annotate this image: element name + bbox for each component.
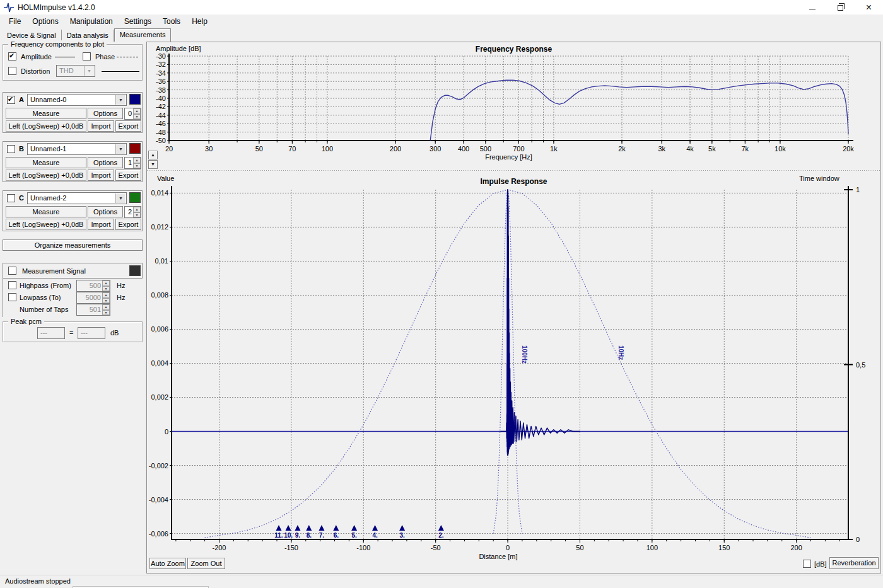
svg-text:0: 0 [506, 544, 510, 551]
phase-line-sample [117, 57, 138, 57]
reverberation-button[interactable]: Reverberation [829, 557, 879, 569]
svg-text:3.: 3. [399, 532, 405, 539]
channel-a-options-button[interactable]: Options [88, 108, 123, 119]
channel-b-color-swatch[interactable] [129, 143, 141, 154]
status-text: Audiostream stopped [5, 577, 71, 585]
svg-text:-32: -32 [156, 61, 166, 68]
menu-manipulation[interactable]: Manipulation [64, 14, 119, 28]
minimize-button[interactable] [798, 0, 826, 14]
chart-scroll-up-button[interactable]: ▲ [148, 151, 158, 159]
lowpass-unit: Hz [117, 294, 125, 301]
spin-up-icon[interactable]: ▲ [133, 207, 141, 212]
tab-measurements[interactable]: Measurements [114, 28, 172, 42]
highpass-spinner[interactable]: 500 ▲▼ [76, 280, 110, 292]
svg-text:10Hz: 10Hz [617, 345, 624, 360]
channel-c-import-button[interactable]: Import [88, 219, 114, 230]
lowpass-spinner[interactable]: 5000 ▲▼ [76, 292, 110, 304]
highpass-checkbox[interactable] [8, 281, 16, 289]
channel-c-info: Left (LogSweep) +0,0dB [6, 219, 86, 230]
channel-a-index-spinner[interactable]: 0 ▲▼ [124, 108, 141, 120]
impulse-x-axis-title: Distance [m] [460, 553, 536, 560]
peak-pcm-equals: = [69, 329, 73, 337]
distortion-checkbox[interactable] [8, 67, 16, 75]
channel-b-index-spinner[interactable]: 1 ▲▼ [124, 157, 141, 169]
channel-a-import-button[interactable]: Import [88, 120, 114, 132]
chevron-down-icon: ▼ [115, 95, 126, 105]
phase-checkbox[interactable] [83, 52, 91, 61]
lowpass-checkbox[interactable] [8, 293, 16, 301]
svg-text:-46: -46 [156, 120, 166, 127]
channel-a-export-button[interactable]: Export [115, 120, 141, 132]
channel-b-select[interactable]: Unnamed-1 ▼ [27, 143, 127, 155]
channel-b-checkbox[interactable] [7, 145, 15, 153]
amplitude-checkbox[interactable] [8, 52, 16, 61]
svg-text:200: 200 [390, 145, 401, 153]
organize-measurements-button[interactable]: Organize measurements [3, 239, 143, 251]
svg-text:400: 400 [458, 145, 469, 153]
channel-a-name: Unnamed-0 [30, 96, 66, 103]
spin-up-icon[interactable]: ▲ [133, 108, 141, 114]
channel-a-select[interactable]: Unnamed-0 ▼ [27, 94, 127, 106]
db-checkbox[interactable] [803, 560, 811, 568]
svg-text:200: 200 [790, 544, 802, 551]
restore-button[interactable] [826, 0, 855, 14]
svg-text:-0,004: -0,004 [149, 496, 168, 504]
channel-c-export-button[interactable]: Export [115, 219, 141, 230]
channel-a-color-swatch[interactable] [129, 94, 141, 105]
reflection-marker-triangle [295, 525, 300, 531]
menu-help[interactable]: Help [186, 14, 213, 28]
svg-text:50: 50 [576, 544, 583, 551]
spin-up-icon[interactable]: ▲ [102, 280, 110, 286]
spin-down-icon[interactable]: ▼ [133, 212, 141, 218]
freq-components-title: Frequency components to plot [8, 40, 107, 48]
svg-text:0,012: 0,012 [151, 223, 168, 231]
channel-c-color-swatch[interactable] [129, 192, 141, 203]
menu-options[interactable]: Options [26, 14, 64, 28]
spin-down-icon[interactable]: ▼ [102, 298, 110, 304]
spin-up-icon[interactable]: ▲ [102, 292, 110, 298]
spin-down-icon[interactable]: ▼ [133, 163, 141, 169]
svg-text:-36: -36 [156, 78, 166, 85]
measurement-signal-color-swatch[interactable] [129, 265, 141, 276]
channel-a-measure-button[interactable]: Measure [6, 108, 86, 119]
peak-pcm-right-field: --- [78, 327, 105, 339]
menu-tools[interactable]: Tools [157, 14, 186, 28]
spin-down-icon[interactable]: ▼ [102, 286, 110, 292]
channel-c-measure-button[interactable]: Measure [6, 206, 86, 217]
channel-a-checkbox[interactable] [7, 96, 15, 104]
svg-text:-150: -150 [284, 544, 298, 551]
auto-zoom-button[interactable]: Auto Zoom [149, 558, 186, 569]
svg-text:-50: -50 [431, 544, 441, 551]
spin-up-icon[interactable]: ▲ [102, 304, 110, 310]
distortion-mode-select[interactable]: THD ▼ [56, 65, 95, 77]
taps-spinner[interactable]: 501 ▲▼ [76, 304, 110, 316]
impulse-response-chart[interactable]: 0,0140,0120,010,0080,0060,0040,0020-0,00… [147, 172, 880, 574]
frequency-response-chart[interactable]: -30-32-34-36-38-40-42-44-46-48-502030507… [147, 42, 880, 170]
lowpass-label: Lowpass (To) [20, 294, 61, 301]
spin-down-icon[interactable]: ▼ [133, 114, 141, 120]
svg-text:500: 500 [480, 145, 491, 153]
reflection-markers: 11.10.9.8.7.6.5.4.3.2. [274, 525, 444, 539]
measurement-signal-checkbox[interactable] [8, 267, 16, 275]
channel-c-select[interactable]: Unnamed-2 ▼ [27, 192, 127, 204]
svg-text:100: 100 [322, 145, 333, 153]
channel-c-checkbox[interactable] [7, 194, 15, 202]
channel-b-import-button[interactable]: Import [88, 170, 114, 181]
chart-panel: Amplitude [dB] Frequency Response -30-32… [146, 42, 881, 574]
channel-b-measure-button[interactable]: Measure [6, 157, 86, 168]
svg-text:-48: -48 [156, 129, 166, 136]
channel-c-options-button[interactable]: Options [88, 206, 123, 217]
menu-settings[interactable]: Settings [119, 14, 157, 28]
highpass-unit: Hz [117, 282, 125, 289]
channel-b-options-button[interactable]: Options [88, 157, 123, 168]
spin-up-icon[interactable]: ▲ [133, 158, 141, 163]
chart-scroll-down-button[interactable]: ▼ [148, 160, 158, 169]
channel-c-index-spinner[interactable]: 2 ▲▼ [124, 206, 141, 218]
zoom-out-button[interactable]: Zoom Out [187, 558, 225, 569]
spin-down-icon[interactable]: ▼ [102, 310, 110, 316]
menu-file[interactable]: File [3, 14, 26, 28]
close-button[interactable]: × [855, 0, 883, 14]
svg-text:4.: 4. [372, 532, 378, 539]
app-window: HOLMImpulse v1.4.2.0 × File Options Mani… [0, 0, 883, 588]
channel-b-export-button[interactable]: Export [115, 170, 141, 181]
